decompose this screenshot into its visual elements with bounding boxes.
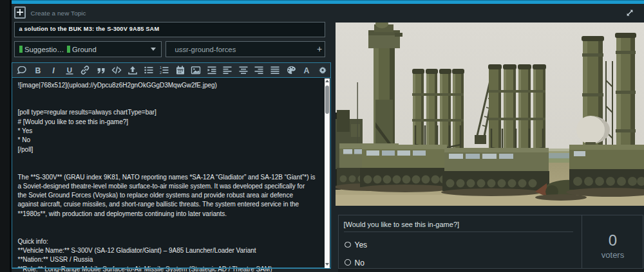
svg-text:B: B: [35, 66, 41, 75]
svg-text:U: U: [67, 66, 72, 73]
svg-text:A: A: [304, 66, 310, 75]
svg-text:2: 2: [160, 71, 162, 75]
svg-text:1: 1: [160, 66, 162, 69]
svg-text:I: I: [52, 66, 55, 75]
